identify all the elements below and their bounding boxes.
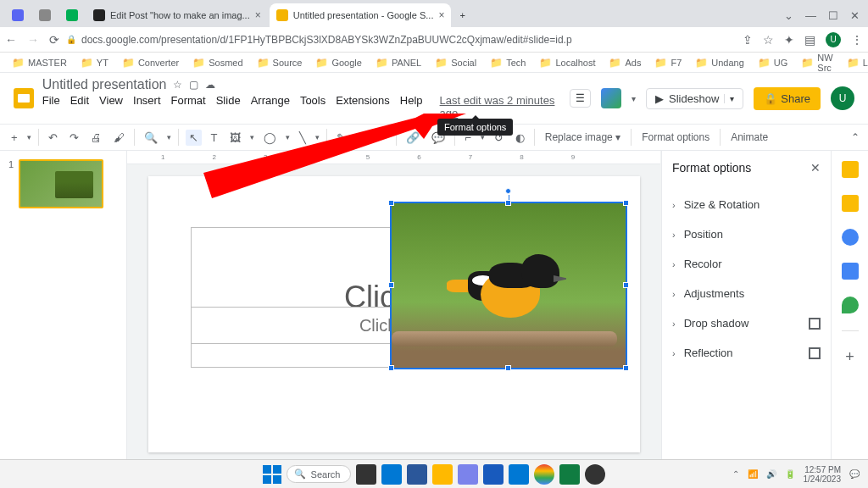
- bookmark-item[interactable]: 📁Source: [252, 55, 308, 70]
- reload-icon[interactable]: ⟳: [49, 33, 59, 47]
- task-view-icon[interactable]: [356, 464, 376, 485]
- textbox-icon[interactable]: T: [209, 131, 220, 144]
- slides-logo-icon[interactable]: [14, 88, 34, 108]
- resize-handle[interactable]: [388, 200, 394, 206]
- edge-icon[interactable]: [381, 464, 402, 485]
- tasks-icon[interactable]: [842, 229, 859, 246]
- section-drop-shadow[interactable]: ›Drop shadow: [672, 308, 821, 338]
- media-icon[interactable]: [585, 464, 605, 485]
- section-position[interactable]: ›Position: [672, 219, 821, 249]
- menu-icon[interactable]: ⋮: [851, 33, 863, 47]
- bookmark-item[interactable]: 📁Localhost: [534, 55, 600, 70]
- minimize-icon[interactable]: —: [805, 9, 816, 22]
- paint-format-icon[interactable]: 🖌: [111, 131, 127, 144]
- browser-tab[interactable]: Edit Post "how to make an imag...×: [86, 3, 268, 27]
- chevron-down-icon[interactable]: ▾: [632, 94, 636, 103]
- resize-handle[interactable]: [623, 282, 629, 288]
- document-title[interactable]: Untitled presentation: [42, 77, 167, 92]
- app-icon[interactable]: [483, 464, 504, 485]
- browser-tab[interactable]: [32, 3, 58, 27]
- animate-button[interactable]: Animate: [727, 131, 771, 143]
- contacts-icon[interactable]: [842, 263, 859, 280]
- border-dash-icon[interactable]: ⋯: [373, 131, 389, 144]
- explorer-icon[interactable]: [432, 464, 453, 485]
- reading-list-icon[interactable]: ▤: [804, 33, 815, 47]
- border-weight-icon[interactable]: ≡: [355, 131, 367, 144]
- bookmark-item[interactable]: 📁Sosmed: [187, 55, 248, 70]
- format-options-button[interactable]: Format options: [638, 131, 713, 143]
- canvas-area[interactable]: Click to Click to a: [127, 164, 661, 464]
- chevron-down-icon[interactable]: ▾: [286, 133, 290, 141]
- menu-extensions[interactable]: Extensions: [336, 94, 390, 119]
- menu-help[interactable]: Help: [400, 94, 423, 119]
- bookmark-item[interactable]: 📁Tech: [485, 55, 531, 70]
- shape-icon[interactable]: ◯: [261, 131, 279, 144]
- bookmark-item[interactable]: 📁Converter: [117, 55, 184, 70]
- selected-image[interactable]: [390, 202, 627, 369]
- resize-handle[interactable]: [623, 365, 629, 371]
- maps-icon[interactable]: [842, 297, 859, 313]
- maximize-icon[interactable]: ☐: [828, 9, 838, 22]
- chrome-icon[interactable]: [534, 464, 554, 485]
- bookmark-item[interactable]: 📁Undang: [690, 55, 749, 70]
- line-icon[interactable]: ╲: [297, 131, 309, 144]
- section-size-rotation[interactable]: ›Size & Rotation: [672, 190, 821, 219]
- resize-handle[interactable]: [623, 200, 629, 206]
- slide-canvas[interactable]: Click to Click to a: [148, 176, 640, 452]
- bookmark-item[interactable]: 📁Google: [310, 55, 366, 70]
- new-tab-button[interactable]: +: [453, 3, 476, 27]
- close-icon[interactable]: ×: [255, 9, 261, 21]
- last-edit-link[interactable]: Last edit was 2 minutes ago: [440, 94, 570, 119]
- clock[interactable]: 12:57 PM 1/24/2023: [804, 465, 842, 484]
- resize-handle[interactable]: [388, 282, 394, 288]
- wifi-icon[interactable]: 📶: [748, 469, 758, 479]
- address-bar[interactable]: 🔒 docs.google.com/presentation/d/1FP1HyT…: [66, 34, 736, 46]
- add-addon-icon[interactable]: +: [845, 348, 854, 366]
- checkbox[interactable]: [809, 318, 821, 330]
- chevron-up-icon[interactable]: ⌃: [732, 469, 739, 479]
- menu-format[interactable]: Format: [171, 94, 206, 119]
- resize-handle[interactable]: [505, 365, 511, 371]
- teams-icon[interactable]: [458, 464, 478, 485]
- word-icon[interactable]: [407, 464, 427, 485]
- taskbar-search[interactable]: 🔍Search: [287, 465, 352, 483]
- undo-icon[interactable]: ↶: [46, 131, 60, 144]
- resize-handle[interactable]: [505, 200, 511, 206]
- mask-icon[interactable]: ◐: [513, 131, 527, 144]
- section-recolor[interactable]: ›Recolor: [672, 249, 821, 279]
- image-icon[interactable]: 🖼: [227, 131, 243, 144]
- resize-handle[interactable]: [388, 365, 394, 371]
- keep-icon[interactable]: [842, 195, 859, 212]
- chevron-down-icon[interactable]: ▾: [27, 133, 31, 141]
- new-slide-button[interactable]: +: [8, 131, 20, 144]
- bookmark-item[interactable]: 📁PANEL: [370, 55, 426, 70]
- section-adjustments[interactable]: ›Adjustments: [672, 279, 821, 308]
- rotate-handle[interactable]: [505, 188, 511, 194]
- print-icon[interactable]: 🖨: [88, 131, 104, 144]
- bookmark-item[interactable]: 📁YT: [75, 55, 114, 70]
- window-close-icon[interactable]: ✕: [850, 9, 860, 22]
- bookmark-item[interactable]: 📁Social: [430, 55, 481, 70]
- redo-icon[interactable]: ↷: [67, 131, 81, 144]
- chevron-down-icon[interactable]: ▾: [250, 133, 254, 141]
- meet-icon[interactable]: [601, 88, 621, 108]
- link-icon[interactable]: 🔗: [403, 131, 422, 144]
- bookmark-item[interactable]: 📁Land: [842, 55, 868, 70]
- volume-icon[interactable]: 🔊: [766, 469, 776, 479]
- slide-thumbnail[interactable]: 1: [8, 159, 118, 208]
- replace-image-button[interactable]: Replace image ▾: [542, 131, 624, 143]
- select-icon[interactable]: ↖: [186, 130, 202, 146]
- chevron-down-icon[interactable]: ▾: [724, 94, 734, 103]
- share-page-icon[interactable]: ⇪: [743, 33, 753, 47]
- browser-tab[interactable]: [59, 3, 85, 27]
- menu-arrange[interactable]: Arrange: [251, 94, 290, 119]
- excel-icon[interactable]: [559, 464, 580, 485]
- menu-file[interactable]: File: [42, 94, 60, 119]
- move-icon[interactable]: ▢: [189, 79, 198, 91]
- back-icon[interactable]: ←: [5, 33, 17, 47]
- extensions-icon[interactable]: ✦: [784, 33, 794, 47]
- star-icon[interactable]: ☆: [173, 79, 182, 91]
- menu-edit[interactable]: Edit: [70, 94, 89, 119]
- cloud-icon[interactable]: ☁: [205, 79, 215, 91]
- profile-avatar[interactable]: U: [826, 32, 841, 47]
